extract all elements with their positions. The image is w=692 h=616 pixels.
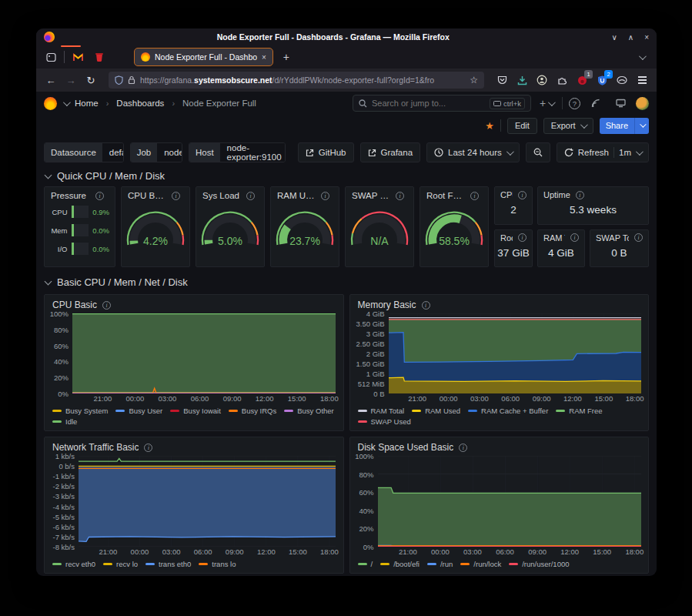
chart-canvas[interactable] <box>378 456 641 547</box>
job-select[interactable]: Job node <box>130 142 182 162</box>
legend-item[interactable]: Idle <box>52 417 77 426</box>
new-tab-button[interactable]: + <box>278 49 295 65</box>
legend-item[interactable]: Busy System <box>52 407 108 415</box>
tab-close-icon[interactable]: × <box>262 53 266 62</box>
panel-header[interactable]: CPU Coresi <box>495 187 532 199</box>
window-minimize-button[interactable]: ∨ <box>612 33 617 42</box>
legend-item[interactable]: Busy IRQs <box>229 407 276 415</box>
container-icon[interactable] <box>613 72 630 89</box>
panel-header[interactable]: RAM Totali <box>538 230 584 243</box>
extension-red-icon[interactable]: 1 <box>573 72 590 89</box>
back-button[interactable]: ← <box>42 72 59 89</box>
chart-canvas[interactable] <box>79 456 336 547</box>
firefox-view-icon[interactable] <box>42 49 59 65</box>
panel-header[interactable]: SWAP Totali <box>590 230 648 243</box>
legend-item[interactable]: recv lo <box>103 560 138 568</box>
chart-canvas[interactable] <box>72 313 336 393</box>
legend-item[interactable]: recv eth0 <box>52 560 95 568</box>
panel-header[interactable]: CPU Busyi <box>122 187 189 200</box>
panel-header[interactable]: Network Traffic Basici <box>45 437 343 454</box>
github-link-button[interactable]: GitHub <box>298 142 354 162</box>
section-quick-cpu-mem-disk[interactable]: Quick CPU / Mem / Disk <box>36 162 657 185</box>
pinned-tab-red-icon[interactable] <box>91 49 108 65</box>
legend-item[interactable]: trans eth0 <box>145 560 191 568</box>
user-avatar[interactable] <box>636 97 649 110</box>
legend-item[interactable]: RAM Total <box>358 407 405 415</box>
legend-item[interactable]: / <box>358 560 373 568</box>
legend-item[interactable]: SWAP Used <box>358 417 411 426</box>
pinned-tab-gmail-icon[interactable] <box>69 49 86 65</box>
panel-header[interactable]: Root FS Usedi <box>420 187 488 200</box>
refresh-button[interactable]: Refresh 1m <box>557 142 649 162</box>
menu-hamburger-icon[interactable] <box>633 72 650 89</box>
info-icon[interactable]: i <box>144 444 152 452</box>
window-close-button[interactable]: × <box>644 33 649 42</box>
forward-button[interactable]: → <box>62 72 79 89</box>
list-all-tabs-icon[interactable] <box>639 52 647 60</box>
search-box[interactable]: ctrl+k <box>353 95 531 112</box>
tracking-shield-icon[interactable] <box>115 75 123 85</box>
info-icon[interactable]: i <box>518 191 527 199</box>
plot-area[interactable] <box>72 313 336 393</box>
panel-header[interactable]: Sys Loadi <box>196 187 264 200</box>
active-tab[interactable]: Node Exporter Full - Dashbo × <box>134 48 273 66</box>
info-icon[interactable]: i <box>576 191 584 199</box>
share-button[interactable]: Share <box>600 118 649 134</box>
extension-blue-icon[interactable]: 2 <box>593 72 610 89</box>
gauge[interactable]: 4.2% <box>122 200 189 266</box>
news-rss-icon[interactable] <box>587 95 605 112</box>
favorite-star-icon[interactable]: ★ <box>485 120 494 132</box>
legend-item[interactable]: RAM Free <box>556 407 602 415</box>
plot-area[interactable] <box>389 313 641 393</box>
chart-canvas[interactable] <box>389 313 641 393</box>
section-basic-cpu-mem-net-disk[interactable]: Basic CPU / Mem / Net / Disk <box>36 267 657 291</box>
info-icon[interactable]: i <box>102 301 111 310</box>
panel-header[interactable]: RAM Usedi <box>271 187 339 200</box>
panel-header[interactable]: Disk Space Used Basici <box>350 437 649 454</box>
url-bar[interactable]: https://grafana.systemsobscure.net/d/rYd… <box>109 72 484 89</box>
grafana-logo[interactable] <box>44 97 57 110</box>
datasource-select[interactable]: Datasource default <box>44 142 124 162</box>
info-icon[interactable]: i <box>634 233 643 242</box>
legend-item[interactable]: Busy Other <box>284 407 334 415</box>
plot-area[interactable] <box>79 456 336 547</box>
plot-area[interactable] <box>378 456 641 547</box>
grafana-link-button[interactable]: Grafana <box>360 142 421 162</box>
gauge[interactable]: 5.0% <box>196 200 264 266</box>
download-icon[interactable] <box>513 72 530 89</box>
share-dropdown-chevron-icon[interactable] <box>634 118 649 134</box>
bookmark-star-icon[interactable]: ☆ <box>470 75 478 85</box>
account-icon[interactable] <box>533 72 550 89</box>
pocket-icon[interactable] <box>493 72 510 89</box>
gauge[interactable]: 23.7% <box>271 200 339 266</box>
panel-header[interactable]: Pressure i <box>45 187 115 200</box>
time-range-picker[interactable]: Last 24 hours <box>426 142 520 162</box>
panel-header[interactable]: SWAP Usedi <box>346 187 413 200</box>
breadcrumb-dashboards[interactable]: Dashboards <box>116 99 164 108</box>
gauge[interactable]: 58.5% <box>420 200 488 266</box>
info-icon[interactable]: i <box>518 233 527 242</box>
legend-item[interactable]: trans lo <box>199 560 236 568</box>
panel-header[interactable]: Uptimei <box>538 187 648 199</box>
legend-item[interactable]: RAM Used <box>412 407 460 415</box>
edit-button[interactable]: Edit <box>507 118 537 134</box>
legend-item[interactable]: Busy Iowait <box>170 407 221 415</box>
panel-header[interactable]: CPU Basici <box>45 295 343 312</box>
search-input[interactable] <box>372 99 485 108</box>
kiosk-monitor-icon[interactable] <box>611 95 630 112</box>
panel-header[interactable]: Memory Basici <box>350 295 649 312</box>
new-item-button[interactable]: + <box>537 95 556 112</box>
help-icon[interactable]: ? <box>569 98 580 109</box>
gauge[interactable]: N/A <box>346 200 413 266</box>
export-button[interactable]: Export <box>543 118 593 134</box>
legend-item[interactable]: /run/lock <box>460 560 501 568</box>
window-maximize-button[interactable]: ∧ <box>628 33 633 42</box>
info-icon[interactable]: i <box>470 192 479 200</box>
info-icon[interactable]: i <box>570 233 579 242</box>
breadcrumb-home[interactable]: Home <box>75 99 99 108</box>
info-icon[interactable]: i <box>246 192 255 200</box>
info-icon[interactable]: i <box>172 192 180 200</box>
info-icon[interactable]: i <box>396 192 404 200</box>
info-icon[interactable]: i <box>95 192 104 200</box>
legend-item[interactable]: /run/user/1000 <box>509 560 569 568</box>
